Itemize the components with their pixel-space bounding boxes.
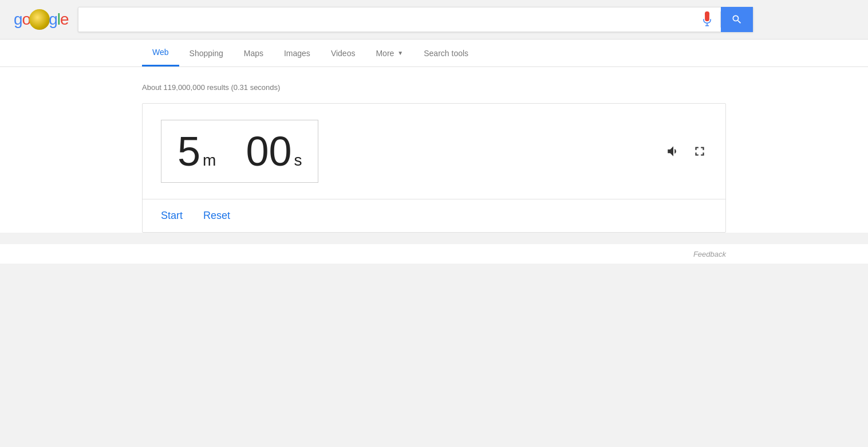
search-input[interactable]: set a timer (78, 14, 694, 26)
timer-minutes: 5 (177, 131, 200, 172)
reset-button[interactable]: Reset (203, 210, 230, 222)
logo-letter-e: e (60, 10, 69, 29)
header: g o g l e set a timer (0, 0, 868, 40)
start-button[interactable]: Start (161, 210, 183, 222)
nav-item-videos[interactable]: Videos (321, 41, 366, 66)
volume-icon[interactable] (666, 144, 681, 159)
microphone-icon (701, 11, 713, 28)
nav-item-search-tools[interactable]: Search tools (413, 41, 479, 66)
timer-seconds-unit: s (294, 152, 302, 168)
navigation-bar: Web Shopping Maps Images Videos More ▼ S… (0, 40, 868, 67)
timer-widget: 5 m 00 s (142, 103, 726, 233)
nav-item-shopping[interactable]: Shopping (179, 41, 234, 66)
svg-rect-1 (705, 11, 709, 17)
search-button[interactable] (721, 7, 753, 32)
nav-item-web[interactable]: Web (142, 40, 179, 66)
nav-item-maps[interactable]: Maps (234, 41, 274, 66)
timer-main-area: 5 m 00 s (143, 104, 725, 199)
feedback-bar: Feedback (0, 244, 868, 264)
logo-circle-o2 (29, 9, 50, 30)
timer-minutes-unit: m (203, 152, 216, 168)
nav-item-more[interactable]: More ▼ (365, 41, 413, 66)
timer-seconds: 00 (246, 131, 291, 172)
google-logo[interactable]: g o g l e (14, 9, 69, 30)
fullscreen-icon[interactable] (692, 144, 707, 159)
timer-icon-group (666, 144, 707, 159)
logo-letter-g1: g (14, 10, 22, 29)
timer-display[interactable]: 5 m 00 s (161, 120, 318, 183)
results-count: About 119,000,000 results (0.31 seconds) (142, 83, 726, 92)
timer-controls: Start Reset (143, 199, 725, 232)
logo-letter-g2: g (49, 10, 57, 29)
content-area: About 119,000,000 results (0.31 seconds)… (0, 67, 868, 233)
nav-item-images[interactable]: Images (274, 41, 321, 66)
timer-spacer (225, 131, 236, 172)
microphone-button[interactable] (694, 11, 721, 28)
chevron-down-icon: ▼ (397, 50, 403, 56)
feedback-link[interactable]: Feedback (693, 250, 726, 258)
search-bar: set a timer (78, 7, 753, 32)
search-icon (731, 14, 743, 25)
